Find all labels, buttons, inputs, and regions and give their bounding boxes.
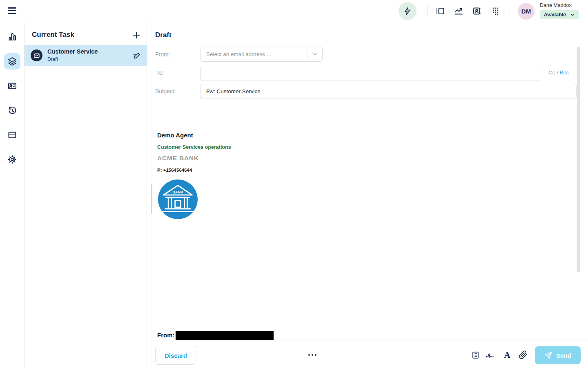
- redacted-from-address: [176, 331, 274, 340]
- paperclip-icon: [519, 350, 528, 359]
- bar-chart-icon: [7, 32, 17, 42]
- bank-logo: BANK: [158, 180, 198, 219]
- lightning-icon: [403, 7, 412, 16]
- email-body-editor[interactable]: Demo Agent Customer Services operations …: [147, 103, 577, 341]
- gear-icon: [7, 155, 17, 164]
- panels-icon: [435, 6, 445, 16]
- availability-label: Available: [544, 12, 566, 18]
- top-bar: DM Dane Maddox Available: [0, 0, 588, 22]
- sidebar-item-history[interactable]: [4, 102, 20, 119]
- font-format-button[interactable]: A: [502, 350, 512, 360]
- line-chart-icon: [454, 6, 463, 16]
- sidebar-item-browser[interactable]: [4, 127, 20, 143]
- quick-actions-button[interactable]: [399, 2, 416, 20]
- vertical-scrollbar-thumb[interactable]: [577, 47, 580, 272]
- chevron-down-icon: [307, 52, 322, 57]
- email-draft-area: Draft From: Select an email address ... …: [147, 22, 588, 368]
- availability-dropdown[interactable]: Available: [540, 10, 579, 19]
- ellipsis-icon: [308, 354, 316, 356]
- sidebar-item-settings[interactable]: [4, 151, 20, 168]
- sidebar-item-dashboard[interactable]: [4, 29, 20, 45]
- send-button[interactable]: Send: [535, 346, 581, 364]
- task-title: Customer Service: [47, 48, 98, 55]
- more-options-button[interactable]: [307, 350, 317, 360]
- add-task-button[interactable]: [132, 31, 141, 40]
- envelope-icon: [31, 49, 42, 61]
- cc-bcc-link[interactable]: Cc / Bcc: [548, 70, 569, 76]
- history-clock-icon: [7, 105, 17, 115]
- insert-signature-button[interactable]: [486, 350, 495, 360]
- quoted-from-line: From:: [157, 332, 274, 340]
- user-avatar[interactable]: DM: [518, 3, 535, 20]
- edit-pen-icon[interactable]: [132, 51, 142, 61]
- signature-phone: P: +1564564644: [157, 168, 192, 173]
- attach-file-button[interactable]: [518, 350, 528, 360]
- font-icon: A: [504, 351, 510, 359]
- signature-department: Customer Services operations: [157, 144, 231, 150]
- template-list-icon: [471, 351, 480, 359]
- signature-company: ACME BANK: [157, 155, 199, 162]
- send-label: Send: [556, 352, 571, 359]
- contact-card-icon: [7, 81, 17, 91]
- signature-icon: [486, 350, 495, 360]
- left-sidebar: [0, 22, 24, 368]
- to-input[interactable]: [200, 66, 540, 81]
- panel-title: Current Task: [32, 31, 74, 39]
- discard-button[interactable]: Discard: [155, 346, 196, 365]
- topbar-divider: [510, 6, 510, 16]
- from-label: From:: [155, 51, 170, 58]
- from-placeholder: Select an email address ...: [200, 51, 307, 57]
- templates-button[interactable]: [470, 350, 480, 360]
- paper-plane-icon: [544, 351, 552, 359]
- hamburger-menu-icon[interactable]: [7, 6, 18, 16]
- editor-gutter-bar: [151, 184, 152, 214]
- reporting-button[interactable]: [454, 6, 463, 16]
- signature-name: Demo Agent: [157, 132, 193, 139]
- quoted-from-label: From:: [157, 332, 175, 339]
- to-label: To:: [156, 70, 164, 76]
- layers-icon: [7, 56, 17, 66]
- app-window: DM Dane Maddox Available: [0, 0, 588, 368]
- task-list-item[interactable]: Customer Service Draft: [24, 45, 147, 66]
- user-name: Dane Maddox: [540, 2, 572, 8]
- subject-input[interactable]: [200, 84, 577, 99]
- panels-button[interactable]: [435, 6, 445, 16]
- from-address-select[interactable]: Select an email address ...: [200, 47, 323, 62]
- contact-book-icon: [472, 6, 482, 16]
- contacts-button[interactable]: [472, 6, 482, 16]
- bank-logo-label: BANK: [172, 190, 183, 194]
- chevron-down-icon: [570, 12, 575, 17]
- task-subtitle: Draft: [47, 56, 58, 62]
- apps-grid-icon: [491, 6, 501, 16]
- topbar-divider: [427, 6, 428, 16]
- browser-window-icon: [7, 130, 17, 140]
- compose-footer: Discard: [147, 341, 588, 368]
- draft-title: Draft: [155, 31, 172, 39]
- plus-icon: [132, 31, 141, 40]
- subject-label: Subject:: [155, 88, 176, 94]
- apps-button[interactable]: [491, 6, 501, 16]
- current-task-panel: Current Task Customer Service Draft: [24, 22, 147, 368]
- sidebar-item-contacts[interactable]: [4, 78, 20, 94]
- sidebar-item-tasks[interactable]: [4, 53, 20, 70]
